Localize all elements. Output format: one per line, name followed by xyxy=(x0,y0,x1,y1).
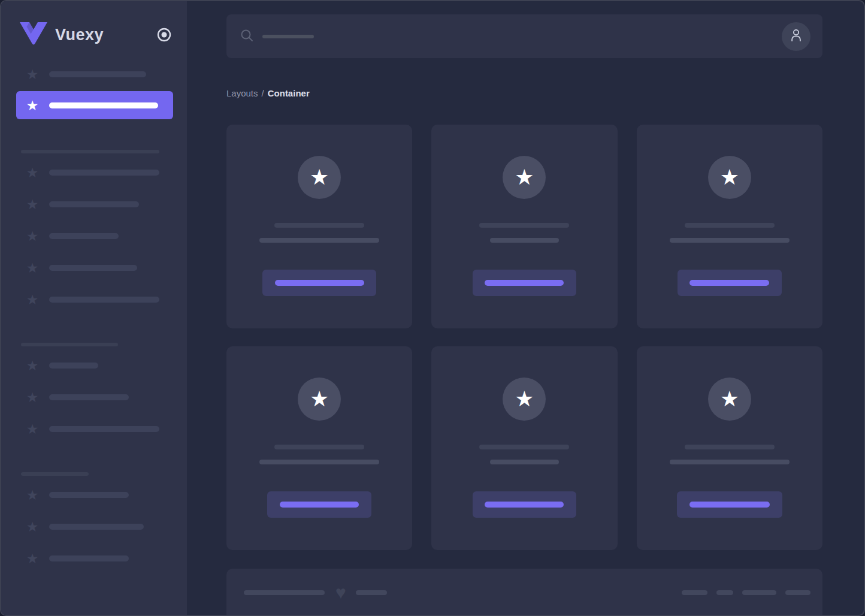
card-avatar-circle: ★ xyxy=(503,156,546,199)
star-icon: ★ xyxy=(25,551,40,566)
star-icon: ★ xyxy=(310,388,329,410)
footer: ♥ xyxy=(226,569,822,616)
card-title-placeholder xyxy=(685,223,775,228)
card-text-placeholder xyxy=(490,238,559,243)
brand: Vuexy xyxy=(19,23,171,47)
sidebar-item-label-placeholder xyxy=(49,170,159,176)
star-icon: ★ xyxy=(515,167,534,188)
button-label-placeholder xyxy=(689,502,770,508)
heart-icon: ♥ xyxy=(335,584,346,602)
card-action-button[interactable] xyxy=(473,491,576,518)
star-icon: ★ xyxy=(25,292,40,307)
sidebar-section-header-placeholder xyxy=(21,343,118,346)
sidebar-item[interactable]: ★ xyxy=(1,520,187,534)
card-action-button[interactable] xyxy=(262,270,376,296)
card-action-button[interactable] xyxy=(267,491,371,518)
user-avatar-button[interactable] xyxy=(782,22,810,51)
button-label-placeholder xyxy=(280,502,359,508)
sidebar: Vuexy ★ ★ ★ ★ ★ xyxy=(1,1,187,615)
star-icon: ★ xyxy=(25,390,40,404)
star-icon: ★ xyxy=(720,388,739,410)
star-icon: ★ xyxy=(25,67,40,81)
card-action-button[interactable] xyxy=(678,270,782,296)
breadcrumb-section-link[interactable]: Layouts xyxy=(226,88,258,98)
footer-copyright-placeholder xyxy=(244,590,325,595)
placeholder-card: ★ xyxy=(431,346,617,550)
sidebar-item[interactable]: ★ xyxy=(1,197,187,212)
user-icon xyxy=(790,28,803,45)
sidebar-item-active[interactable]: ★ xyxy=(16,91,173,119)
sidebar-item[interactable]: ★ xyxy=(1,292,187,307)
star-icon: ★ xyxy=(25,520,40,534)
search-placeholder-bar xyxy=(262,35,314,38)
card-action-button[interactable] xyxy=(473,270,576,296)
footer-link-placeholder[interactable] xyxy=(742,590,776,595)
sidebar-item-label-placeholder xyxy=(49,233,119,239)
card-avatar-circle: ★ xyxy=(298,378,341,421)
sidebar-item-label-placeholder xyxy=(49,394,129,400)
breadcrumb: Layouts/Container xyxy=(226,88,822,98)
sidebar-item[interactable]: ★ xyxy=(1,551,187,566)
placeholder-card: ★ xyxy=(226,346,412,550)
star-icon: ★ xyxy=(720,167,739,188)
sidebar-item-label-placeholder xyxy=(49,265,137,271)
card-text-placeholder xyxy=(259,238,379,243)
app-window: Vuexy ★ ★ ★ ★ ★ xyxy=(0,0,865,616)
card-avatar-circle: ★ xyxy=(708,378,751,421)
button-label-placeholder xyxy=(485,502,564,508)
card-text-placeholder xyxy=(490,460,559,464)
sidebar-item[interactable]: ★ xyxy=(1,488,187,502)
search-icon xyxy=(240,29,253,44)
brand-name: Vuexy xyxy=(55,26,104,44)
card-title-placeholder xyxy=(479,223,569,228)
sidebar-item[interactable]: ★ xyxy=(1,67,187,81)
breadcrumb-current-page: Container xyxy=(268,88,310,98)
sidebar-item-label-placeholder xyxy=(49,102,158,108)
card-text-placeholder xyxy=(670,238,790,243)
star-icon: ★ xyxy=(25,197,40,212)
sidebar-item[interactable]: ★ xyxy=(1,358,187,373)
card-action-button[interactable] xyxy=(677,491,782,518)
star-icon: ★ xyxy=(25,488,40,502)
sidebar-item-label-placeholder xyxy=(49,71,146,77)
card-title-placeholder xyxy=(685,445,775,449)
sidebar-item-label-placeholder xyxy=(49,297,159,303)
menu-pin-toggle-icon[interactable] xyxy=(157,28,171,42)
footer-credit-placeholder xyxy=(356,590,387,595)
card-avatar-circle: ★ xyxy=(708,156,751,199)
breadcrumb-separator: / xyxy=(262,88,264,98)
sidebar-item[interactable]: ★ xyxy=(1,261,187,275)
placeholder-card: ★ xyxy=(637,125,822,328)
sidebar-item-label-placeholder xyxy=(49,555,129,561)
sidebar-section-header-placeholder xyxy=(21,150,159,153)
card-avatar-circle: ★ xyxy=(503,378,546,421)
sidebar-item[interactable]: ★ xyxy=(1,165,187,180)
sidebar-item[interactable]: ★ xyxy=(1,229,187,243)
sidebar-item[interactable]: ★ xyxy=(1,390,187,404)
card-title-placeholder xyxy=(274,445,364,449)
card-grid: ★ ★ ★ xyxy=(226,125,822,550)
vuexy-logo-icon xyxy=(19,22,48,47)
star-icon: ★ xyxy=(515,388,534,410)
card-title-placeholder xyxy=(479,445,569,449)
placeholder-card: ★ xyxy=(431,125,617,328)
footer-link-placeholder[interactable] xyxy=(716,590,733,595)
sidebar-item-label-placeholder xyxy=(49,524,144,530)
search-input[interactable] xyxy=(226,14,822,58)
sidebar-item-label-placeholder xyxy=(49,201,139,207)
card-avatar-circle: ★ xyxy=(298,156,341,199)
star-icon: ★ xyxy=(25,98,40,113)
star-icon: ★ xyxy=(25,165,40,180)
card-text-placeholder xyxy=(670,460,790,464)
sidebar-item-label-placeholder xyxy=(49,492,129,498)
button-label-placeholder xyxy=(275,280,364,286)
button-label-placeholder xyxy=(485,280,564,286)
main-content: Layouts/Container ★ ★ ★ xyxy=(187,1,864,615)
placeholder-card: ★ xyxy=(637,346,822,550)
footer-link-placeholder[interactable] xyxy=(785,590,810,595)
sidebar-item-label-placeholder xyxy=(49,426,159,432)
sidebar-item[interactable]: ★ xyxy=(1,422,187,436)
card-title-placeholder xyxy=(274,223,364,228)
button-label-placeholder xyxy=(689,280,769,286)
footer-link-placeholder[interactable] xyxy=(682,590,707,595)
